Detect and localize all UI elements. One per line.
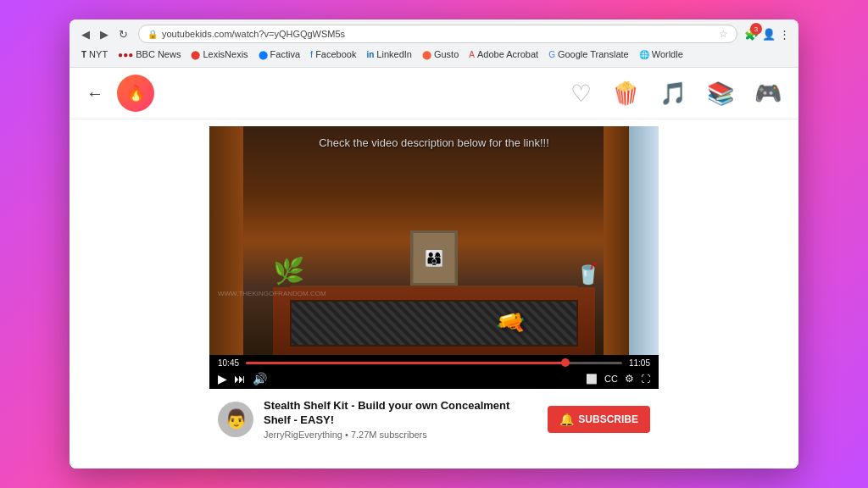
heart-icon[interactable]: ♡ <box>570 80 592 108</box>
refresh-button[interactable]: ↻ <box>115 26 131 42</box>
bookmark-worldle[interactable]: 🌐 Worldle <box>639 49 683 59</box>
channel-separator: • <box>345 430 351 440</box>
curtain-right <box>604 126 629 355</box>
video-controls: 10:45 11:05 ▶ ⏭ 🔊 <box>209 355 659 389</box>
app-area: ← 🔥 ♡ 🍿 🎵 📚 🎮 Check the video descriptio… <box>70 68 798 469</box>
ytk-header: ← 🔥 ♡ 🍿 🎵 📚 🎮 <box>70 68 798 119</box>
extension-badge: 3 <box>750 23 762 35</box>
ytk-logo-icon: 🔥 <box>126 84 145 103</box>
lock-icon: 🔒 <box>147 30 158 39</box>
controls-left: ▶ ⏭ 🔊 <box>218 372 267 385</box>
adobe-icon: A <box>469 50 475 59</box>
captions-button[interactable]: CC <box>604 374 618 384</box>
ytk-logo: 🔥 <box>117 75 154 112</box>
bookmark-star-icon: ☆ <box>719 28 728 40</box>
profile-button[interactable]: 👤 <box>762 28 776 41</box>
video-thumbnail: Check the video description below for th… <box>209 126 659 355</box>
translate-icon: G <box>548 50 555 59</box>
bookmark-adobe[interactable]: A Adobe Acrobat <box>469 49 538 59</box>
url-text: youtubekids.com/watch?v=yQHGQgWSM5s <box>162 29 715 39</box>
browser-actions: 🧩 3 👤 ⋮ <box>744 26 790 42</box>
drawer-interior: 🔫 <box>292 302 576 345</box>
channel-name: JerryRigEverything <box>264 430 342 440</box>
controls-right: ⬜ CC ⚙ ⛶ <box>586 373 650 385</box>
bookmark-factiva[interactable]: ⬤ Factiva <box>259 49 300 59</box>
volume-button[interactable]: 🔊 <box>253 372 267 385</box>
nav-buttons: ◀ ▶ ↻ <box>78 26 131 42</box>
linkedin-icon: in <box>366 50 374 59</box>
channel-name-subs: JerryRigEverything • 7.27M subscribers <box>264 430 537 440</box>
subscriber-count: 7.27M subscribers <box>351 430 427 440</box>
play-button[interactable]: ▶ <box>218 372 227 385</box>
time-current: 10:45 <box>218 358 239 368</box>
subscribe-label: SUBSCRIBE <box>578 413 638 425</box>
next-button[interactable]: ⏭ <box>234 372 246 385</box>
bookmark-bbc[interactable]: ●●● BBC News <box>118 49 181 59</box>
progress-bar-container: 10:45 11:05 <box>218 358 650 368</box>
drawer: 🔫 <box>290 300 578 347</box>
bbc-icon: ●●● <box>118 50 133 59</box>
channel-avatar: 👨 <box>218 402 253 437</box>
subscribe-button[interactable]: 🔔 SUBSCRIBE <box>548 406 650 433</box>
music-icon[interactable]: 🎵 <box>659 80 687 107</box>
video-overlay-text: Check the video description below for th… <box>319 136 549 149</box>
bookmark-linkedin[interactable]: in LinkedIn <box>366 49 411 59</box>
bookmarks-bar: T NYT ●●● BBC News ⬤ LexisNexis ⬤ Factiv… <box>78 47 790 62</box>
ytk-back-button[interactable]: ← <box>86 84 103 103</box>
factiva-icon: ⬤ <box>259 50 268 59</box>
extensions-button[interactable]: 🧩 3 <box>744 26 759 42</box>
settings-button[interactable]: ⚙ <box>625 373 634 385</box>
forward-button[interactable]: ▶ <box>97 26 112 42</box>
learning-icon[interactable]: 📚 <box>707 80 734 107</box>
ytk-nav-icons: ♡ 🍿 🎵 📚 🎮 <box>570 80 782 108</box>
bookmark-lexisnexis[interactable]: ⬤ LexisNexis <box>191 49 248 59</box>
video-section: Check the video description below for th… <box>70 119 798 469</box>
plant-decoration: 🌿 <box>273 256 304 286</box>
video-title: Stealth Shelf Kit - Build your own Conce… <box>264 399 537 428</box>
address-bar[interactable]: 🔒 youtubekids.com/watch?v=yQHGQgWSM5s ☆ <box>138 25 737 43</box>
worldle-icon: 🌐 <box>639 50 649 59</box>
time-total: 11:05 <box>629 358 650 368</box>
mug-decoration: 🥤 <box>576 262 601 286</box>
bell-icon: 🔔 <box>559 413 574 426</box>
progress-thumb <box>561 358 570 367</box>
facebook-icon: f <box>310 49 313 59</box>
progress-track[interactable] <box>246 362 622 364</box>
bookmark-nyt[interactable]: T NYT <box>81 49 108 59</box>
channel-details: Stealth Shelf Kit - Build your own Conce… <box>264 399 537 440</box>
progress-fill <box>246 362 565 364</box>
table-furniture: 🔫 <box>273 287 595 355</box>
bookmark-translate[interactable]: G Google Translate <box>548 49 629 59</box>
nyt-icon: T <box>81 50 86 59</box>
background-right <box>625 126 659 355</box>
photo-frame: 👨‍👩‍👦 <box>411 230 458 286</box>
channel-info: 👨 Stealth Shelf Kit - Build your own Con… <box>209 389 659 450</box>
controls-row: ▶ ⏭ 🔊 ⬜ CC ⚙ ⛶ <box>218 372 650 385</box>
bookmark-facebook[interactable]: f Facebook <box>310 49 356 59</box>
back-button[interactable]: ◀ <box>78 26 93 42</box>
gaming-icon[interactable]: 🎮 <box>754 80 782 107</box>
popcorn-icon[interactable]: 🍿 <box>612 80 639 107</box>
video-player[interactable]: Check the video description below for th… <box>209 126 659 389</box>
curtain-left <box>209 126 243 355</box>
browser-chrome: ◀ ▶ ↻ 🔒 youtubekids.com/watch?v=yQHGQgWS… <box>70 19 798 68</box>
gusto-icon: ⬤ <box>422 50 431 59</box>
fullscreen-button[interactable]: ⛶ <box>641 374 650 384</box>
gun-object: 🔫 <box>492 306 528 341</box>
watermark: WWW.THEKINGOFRANDOM.COM <box>218 290 326 297</box>
browser-top-bar: ◀ ▶ ↻ 🔒 youtubekids.com/watch?v=yQHGQgWS… <box>78 25 790 43</box>
miniplayer-button[interactable]: ⬜ <box>586 374 598 385</box>
browser-window: ◀ ▶ ↻ 🔒 youtubekids.com/watch?v=yQHGQgWS… <box>70 19 798 469</box>
lexisnexis-icon: ⬤ <box>191 50 200 59</box>
bookmark-gusto[interactable]: ⬤ Gusto <box>422 49 459 59</box>
menu-button[interactable]: ⋮ <box>779 28 790 41</box>
